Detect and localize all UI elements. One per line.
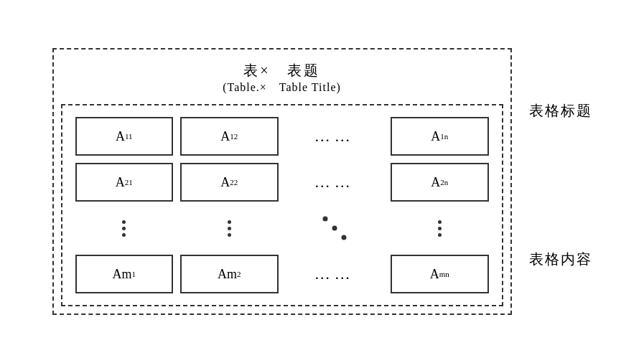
content-label: 表格内容 — [529, 250, 592, 269]
right-labels: 表格标题 表格内容 — [529, 94, 592, 269]
title-label: 表格标题 — [529, 101, 592, 121]
cell-dots-r1: …… — [286, 117, 384, 156]
outer-dashed-box: 表× 表题 (Table.× Table Title) A11 A12 …… A… — [52, 48, 512, 315]
cell-a2n: A2n — [391, 163, 489, 202]
svg-point-0 — [322, 217, 327, 222]
cell-a21: A21 — [75, 163, 174, 202]
cell-am2: Am2 — [180, 255, 279, 293]
cell-dots-r2: …… — [286, 163, 384, 202]
cell-dots-r4: …… — [286, 255, 384, 293]
content-dashed-box: A11 A12 …… A1n A21 A22 …… A2n — [61, 104, 503, 306]
cell-a12: A12 — [180, 117, 279, 156]
cell-vdots-c1 — [75, 209, 174, 248]
svg-point-1 — [332, 226, 337, 231]
data-grid: A11 A12 …… A1n A21 A22 …… A2n — [75, 117, 489, 293]
cell-a1n: A1n — [391, 117, 489, 156]
cell-amn: Amn — [391, 255, 489, 293]
svg-point-2 — [341, 235, 346, 240]
title-sub: (Table.× Table Title) — [75, 80, 489, 95]
cell-vdots-c4 — [391, 209, 489, 248]
title-main: 表× 表题 — [75, 61, 489, 80]
main-container: 表× 表题 (Table.× Table Title) A11 A12 …… A… — [52, 48, 592, 315]
diagram-area: 表× 表题 (Table.× Table Title) A11 A12 …… A… — [52, 48, 512, 315]
cell-a11: A11 — [75, 117, 174, 156]
cell-a22: A22 — [180, 163, 279, 202]
cell-am1: Am1 — [75, 255, 174, 293]
cell-diagdots — [286, 209, 384, 248]
cell-vdots-c2 — [180, 209, 279, 248]
title-area: 表× 表题 (Table.× Table Title) — [54, 50, 510, 104]
